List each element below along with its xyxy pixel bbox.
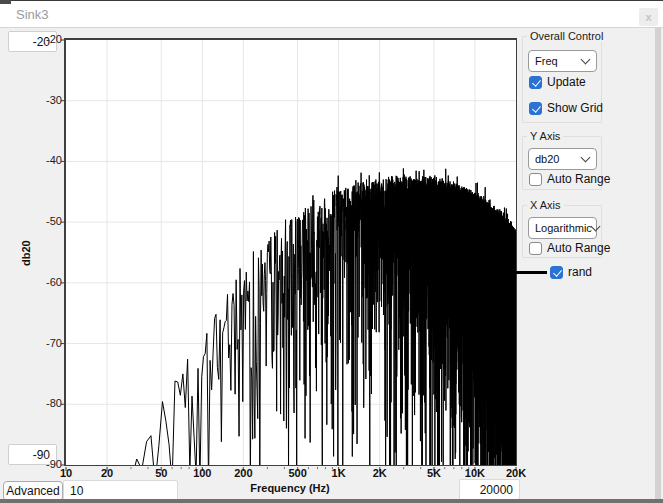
overall-control-group: Overall Control Freq Update Show Grid	[522, 36, 602, 123]
x-tick-label: 2K	[373, 467, 387, 479]
x-max-input[interactable]	[459, 479, 520, 500]
x-axis-group-title: X Axis	[527, 199, 564, 211]
x-min-input[interactable]	[63, 480, 178, 501]
spectrum-plot	[66, 40, 516, 465]
x-tick-label: 10K	[465, 467, 485, 479]
close-button[interactable]: x	[639, 8, 658, 26]
x-auto-range-checkbox[interactable]: Auto Range	[529, 241, 610, 255]
y-tick-label: -80	[36, 397, 62, 409]
plot-area[interactable]	[64, 38, 517, 466]
checkbox-icon[interactable]	[529, 76, 542, 89]
x-tick-label: 500	[288, 467, 306, 479]
update-checkbox-label: Update	[547, 75, 586, 89]
overall-control-title: Overall Control	[527, 30, 606, 42]
legend-rand: rand	[512, 264, 592, 280]
overall-control-dropdown[interactable]: Freq	[528, 50, 597, 72]
window-top-edge	[0, 0, 11, 4]
window-title: Sink3	[16, 7, 49, 22]
checkbox-icon[interactable]	[529, 242, 542, 255]
y-tick-label: -50	[36, 215, 62, 227]
y-axis-dropdown[interactable]: db20	[528, 148, 597, 170]
x-auto-range-label: Auto Range	[547, 241, 610, 255]
y-tick-label: -60	[36, 276, 62, 288]
vertical-scrollbar[interactable]	[655, 28, 661, 499]
titlebar[interactable]: Sink3 x	[0, 0, 663, 28]
show-grid-checkbox[interactable]: Show Grid	[529, 101, 603, 115]
legend-line-swatch	[512, 271, 547, 274]
y-auto-range-label: Auto Range	[547, 172, 610, 186]
chevron-down-icon	[581, 153, 591, 163]
rand-checkbox[interactable]	[550, 266, 563, 279]
y-axis-group-title: Y Axis	[527, 130, 563, 142]
y-axis-dropdown-value: db20	[535, 153, 559, 165]
y-tick-label: -30	[36, 94, 62, 106]
show-grid-checkbox-label: Show Grid	[547, 101, 603, 115]
advanced-button[interactable]: Advanced	[3, 481, 63, 501]
x-tick-label: 20	[101, 467, 113, 479]
y-axis-title: db20	[20, 240, 32, 266]
x-tick-label: 1K	[332, 467, 346, 479]
x-axis-dropdown-value: Logarithmic	[535, 222, 592, 234]
x-axis-title: Frequency (Hz)	[250, 482, 329, 494]
y-tick-label: -90	[36, 458, 62, 470]
checkbox-icon[interactable]	[529, 173, 542, 186]
update-checkbox[interactable]: Update	[529, 75, 586, 89]
overall-control-dropdown-value: Freq	[535, 55, 558, 67]
x-axis-dropdown[interactable]: Logarithmic	[528, 217, 597, 239]
x-tick-label: 200	[234, 467, 252, 479]
y-tick-label: -70	[36, 337, 62, 349]
y-auto-range-checkbox[interactable]: Auto Range	[529, 172, 610, 186]
checkbox-icon[interactable]	[529, 102, 542, 115]
x-axis-group: X Axis Logarithmic Auto Range	[522, 205, 602, 258]
x-tick-label: 50	[155, 467, 167, 479]
x-tick-label: 5K	[427, 467, 441, 479]
x-tick-label: 20K	[506, 467, 526, 479]
window-bottom-edge	[0, 499, 663, 503]
chevron-down-icon	[581, 55, 591, 65]
sink-window: Sink3 x db20 Frequency (Hz) Advanced Ove…	[0, 0, 663, 503]
y-tick-label: -20	[36, 33, 62, 45]
y-tick-label: -40	[36, 154, 62, 166]
legend-label: rand	[568, 265, 592, 279]
x-tick-label: 100	[193, 467, 211, 479]
y-axis-group: Y Axis db20 Auto Range	[522, 136, 602, 190]
